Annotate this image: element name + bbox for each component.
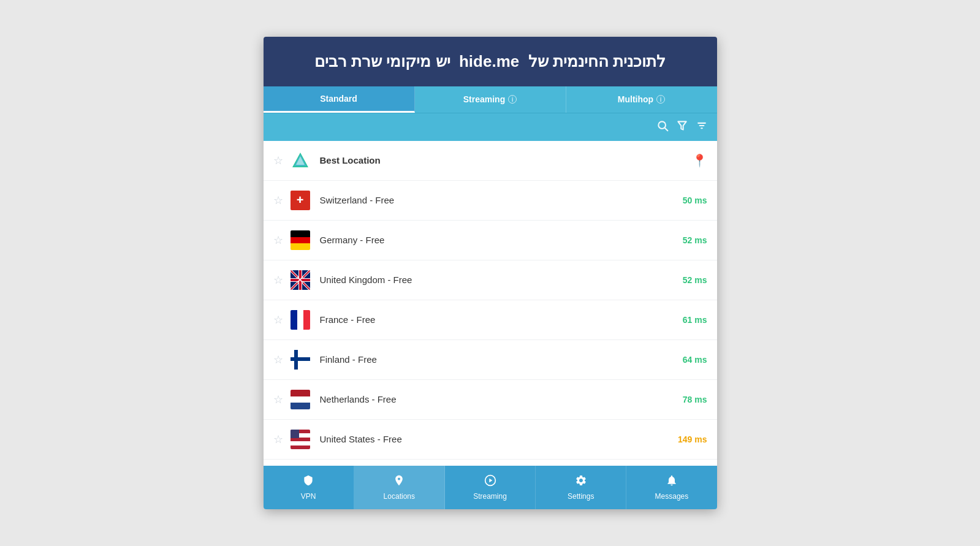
- location-finland[interactable]: ☆ Finland - Free 64 ms: [264, 340, 717, 380]
- flag-france: [289, 309, 311, 331]
- flag-fi-badge: [291, 350, 310, 370]
- ping-germany: 52 ms: [683, 235, 707, 245]
- star-uk[interactable]: ☆: [273, 273, 283, 287]
- bottom-nav: VPN Locations Streaming: [264, 466, 717, 509]
- location-name-france: France - Free: [320, 314, 683, 325]
- svg-marker-19: [489, 478, 492, 482]
- tab-multihop-label: Multihop: [618, 94, 653, 104]
- nav-locations-label: Locations: [384, 492, 415, 501]
- svg-line-1: [665, 128, 667, 131]
- star-switzerland[interactable]: ☆: [273, 194, 283, 207]
- banner: לתוכנית החינמית של hide.me יש מיקומי שרת…: [264, 37, 717, 86]
- tabs-row: Standard Streaming i Multihop i: [264, 86, 717, 113]
- nav-vpn-label: VPN: [301, 492, 316, 501]
- location-albania[interactable]: ☆ Albania Upgrade your plan: [264, 460, 717, 466]
- nav-vpn[interactable]: VPN: [264, 466, 354, 509]
- streaming-info-icon: i: [508, 95, 517, 104]
- tab-standard[interactable]: Standard: [264, 86, 415, 113]
- location-france[interactable]: ☆ France - Free 61 ms: [264, 300, 717, 340]
- ping-finland: 64 ms: [683, 355, 707, 365]
- search-button[interactable]: [656, 119, 669, 135]
- tab-multihop[interactable]: Multihop i: [566, 86, 717, 113]
- location-switzerland[interactable]: ☆ + Switzerland - Free 50 ms: [264, 181, 717, 221]
- messages-icon: [666, 474, 678, 490]
- vpn-icon: [302, 474, 314, 490]
- svg-rect-16: [299, 270, 302, 290]
- nav-messages-label: Messages: [655, 492, 689, 501]
- sort-button[interactable]: [696, 119, 708, 134]
- flag-finland: [289, 349, 311, 371]
- flag-nl-badge: [291, 390, 310, 409]
- flag-uk-badge: [291, 270, 310, 290]
- nav-messages[interactable]: Messages: [626, 466, 716, 509]
- location-germany[interactable]: ☆ Germany - Free 52 ms: [264, 221, 717, 260]
- star-finland[interactable]: ☆: [273, 353, 283, 366]
- svg-point-0: [658, 121, 666, 129]
- ping-netherlands: 78 ms: [683, 395, 707, 404]
- flag-ch-badge: +: [291, 191, 310, 210]
- banner-text: לתוכנית החינמית של hide.me יש מיקומי שרת…: [282, 50, 699, 72]
- ping-france: 61 ms: [683, 315, 707, 325]
- search-toolbar: [264, 113, 717, 141]
- tab-standard-label: Standard: [320, 94, 357, 104]
- flag-best: [289, 150, 311, 172]
- banner-text-before: לתוכנית החינמית של: [528, 52, 666, 70]
- multihop-info-icon: i: [656, 95, 665, 104]
- flag-uk: [289, 269, 311, 291]
- flag-switzerland: +: [289, 189, 311, 211]
- settings-icon: [575, 474, 587, 490]
- flag-de-badge: [291, 230, 310, 250]
- ping-switzerland: 50 ms: [683, 195, 707, 205]
- ping-uk: 52 ms: [683, 275, 707, 285]
- location-name-uk: United Kingdom - Free: [320, 275, 683, 285]
- flag-germany: [289, 229, 311, 251]
- nav-settings[interactable]: Settings: [536, 466, 626, 509]
- location-name-finland: Finland - Free: [320, 354, 683, 365]
- tab-streaming-label: Streaming: [463, 94, 505, 104]
- brand-name: hide.me: [459, 52, 519, 70]
- star-best[interactable]: ☆: [273, 154, 283, 167]
- location-name-switzerland: Switzerland - Free: [320, 195, 683, 205]
- flag-fr-badge: [291, 310, 310, 330]
- flag-us-badge: [291, 430, 310, 449]
- location-name-netherlands: Netherlands - Free: [320, 394, 683, 404]
- location-us[interactable]: ☆ United States - Free 149 ms: [264, 420, 717, 460]
- filter-button[interactable]: [676, 119, 688, 134]
- star-us[interactable]: ☆: [273, 433, 283, 446]
- star-france[interactable]: ☆: [273, 313, 283, 327]
- star-netherlands[interactable]: ☆: [273, 393, 283, 406]
- flag-us: [289, 428, 311, 450]
- nav-streaming-label: Streaming: [473, 492, 507, 501]
- locations-icon: [393, 474, 405, 490]
- ping-us: 149 ms: [678, 434, 707, 444]
- location-name-germany: Germany - Free: [320, 235, 683, 245]
- location-uk[interactable]: ☆ United Kingdom - Free: [264, 260, 717, 300]
- flag-netherlands: [289, 389, 311, 411]
- nav-locations[interactable]: Locations: [354, 466, 445, 509]
- streaming-icon: [484, 474, 496, 490]
- tab-streaming[interactable]: Streaming i: [415, 86, 566, 113]
- location-best-location[interactable]: ☆ Best Location 📍: [264, 141, 717, 181]
- location-list: ☆ Best Location 📍 ☆ + Switzerland - Free…: [264, 141, 717, 466]
- location-name-best: Best Location: [320, 155, 687, 165]
- pin-icon: 📍: [692, 153, 707, 168]
- nav-streaming[interactable]: Streaming: [445, 466, 536, 509]
- app-wrapper: לתוכנית החינמית של hide.me יש מיקומי שרת…: [264, 37, 717, 509]
- nav-settings-label: Settings: [568, 492, 594, 501]
- banner-text-after: יש מיקומי שרת רבים: [314, 52, 450, 70]
- location-netherlands[interactable]: ☆ Netherlands - Free 78 ms: [264, 380, 717, 420]
- svg-marker-2: [678, 122, 686, 130]
- svg-rect-17: [291, 279, 310, 281]
- location-name-us: United States - Free: [320, 434, 678, 444]
- star-germany[interactable]: ☆: [273, 233, 283, 247]
